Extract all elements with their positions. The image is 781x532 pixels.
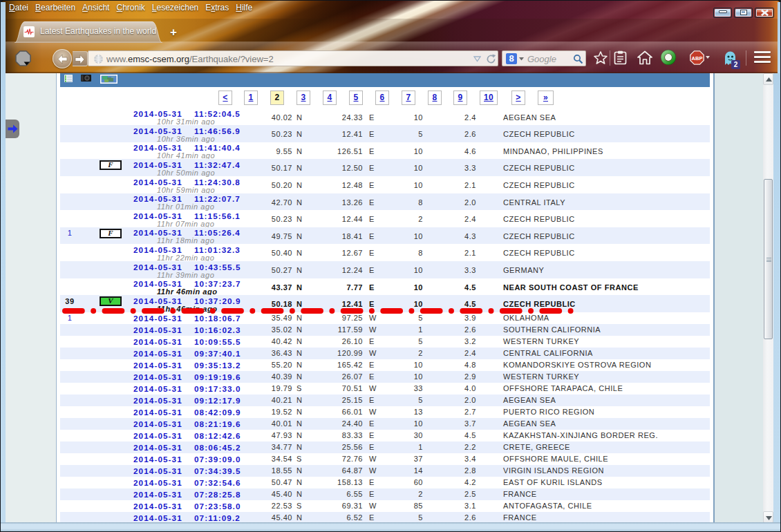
svg-text:ABP: ABP [692, 55, 703, 61]
